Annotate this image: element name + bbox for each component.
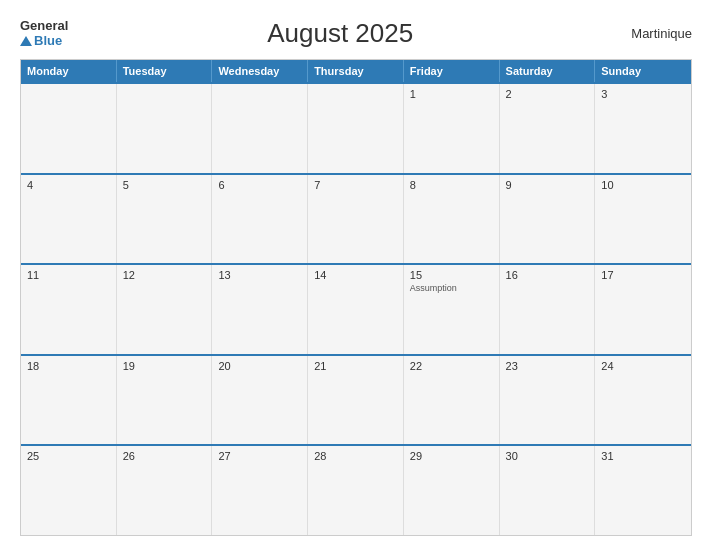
cal-cell-5: 5 <box>117 175 213 264</box>
day-number: 11 <box>27 269 110 281</box>
cal-cell-16: 16 <box>500 265 596 354</box>
cal-cell-27: 27 <box>212 446 308 535</box>
cal-cell-10: 10 <box>595 175 691 264</box>
day-number: 18 <box>27 360 110 372</box>
cal-cell-23: 23 <box>500 356 596 445</box>
logo-general-text: General <box>20 19 68 33</box>
cal-cell-4: 4 <box>21 175 117 264</box>
day-number: 9 <box>506 179 589 191</box>
cal-header-wednesday: Wednesday <box>212 60 308 82</box>
cal-week-1: 123 <box>21 82 691 173</box>
month-title: August 2025 <box>68 18 612 49</box>
cal-cell-30: 30 <box>500 446 596 535</box>
cal-cell-14: 14 <box>308 265 404 354</box>
cal-header-sunday: Sunday <box>595 60 691 82</box>
cal-cell-13: 13 <box>212 265 308 354</box>
day-number: 30 <box>506 450 589 462</box>
cal-cell-24: 24 <box>595 356 691 445</box>
cal-cell-21: 21 <box>308 356 404 445</box>
day-number: 20 <box>218 360 301 372</box>
cal-header-friday: Friday <box>404 60 500 82</box>
cal-week-5: 25262728293031 <box>21 444 691 535</box>
day-number: 2 <box>506 88 589 100</box>
logo-triangle-icon <box>20 36 32 46</box>
day-number: 1 <box>410 88 493 100</box>
day-number: 8 <box>410 179 493 191</box>
region-label: Martinique <box>612 26 692 41</box>
day-number: 10 <box>601 179 685 191</box>
cal-cell-2: 2 <box>500 84 596 173</box>
day-number: 7 <box>314 179 397 191</box>
day-number: 5 <box>123 179 206 191</box>
day-number: 24 <box>601 360 685 372</box>
cal-cell-19: 19 <box>117 356 213 445</box>
cal-cell-8: 8 <box>404 175 500 264</box>
cal-cell-15: 15Assumption <box>404 265 500 354</box>
cal-cell-empty <box>308 84 404 173</box>
cal-cell-29: 29 <box>404 446 500 535</box>
cal-cell-17: 17 <box>595 265 691 354</box>
day-number: 27 <box>218 450 301 462</box>
cal-cell-1: 1 <box>404 84 500 173</box>
cal-header-monday: Monday <box>21 60 117 82</box>
day-number: 22 <box>410 360 493 372</box>
cal-cell-22: 22 <box>404 356 500 445</box>
cal-cell-6: 6 <box>212 175 308 264</box>
day-number: 4 <box>27 179 110 191</box>
cal-cell-31: 31 <box>595 446 691 535</box>
day-number: 25 <box>27 450 110 462</box>
day-number: 14 <box>314 269 397 281</box>
cal-cell-empty <box>21 84 117 173</box>
page: General Blue August 2025 Martinique Mond… <box>0 0 712 550</box>
cal-header-saturday: Saturday <box>500 60 596 82</box>
logo-blue-text: Blue <box>20 34 68 48</box>
cal-header-tuesday: Tuesday <box>117 60 213 82</box>
cal-cell-7: 7 <box>308 175 404 264</box>
cal-header-thursday: Thursday <box>308 60 404 82</box>
day-number: 21 <box>314 360 397 372</box>
day-number: 23 <box>506 360 589 372</box>
day-number: 15 <box>410 269 493 281</box>
day-number: 16 <box>506 269 589 281</box>
day-number: 29 <box>410 450 493 462</box>
day-number: 19 <box>123 360 206 372</box>
cal-cell-11: 11 <box>21 265 117 354</box>
day-number: 28 <box>314 450 397 462</box>
day-number: 6 <box>218 179 301 191</box>
calendar-body: 123456789101112131415Assumption161718192… <box>21 82 691 535</box>
cal-cell-20: 20 <box>212 356 308 445</box>
cal-cell-18: 18 <box>21 356 117 445</box>
day-number: 17 <box>601 269 685 281</box>
day-number: 26 <box>123 450 206 462</box>
logo: General Blue <box>20 19 68 48</box>
day-event: Assumption <box>410 283 493 293</box>
day-number: 3 <box>601 88 685 100</box>
day-number: 12 <box>123 269 206 281</box>
cal-cell-26: 26 <box>117 446 213 535</box>
cal-cell-empty <box>212 84 308 173</box>
day-number: 13 <box>218 269 301 281</box>
cal-week-2: 45678910 <box>21 173 691 264</box>
calendar-grid: MondayTuesdayWednesdayThursdayFridaySatu… <box>20 59 692 536</box>
cal-cell-empty <box>117 84 213 173</box>
cal-cell-25: 25 <box>21 446 117 535</box>
calendar-day-headers: MondayTuesdayWednesdayThursdayFridaySatu… <box>21 60 691 82</box>
cal-cell-12: 12 <box>117 265 213 354</box>
day-number: 31 <box>601 450 685 462</box>
cal-cell-9: 9 <box>500 175 596 264</box>
cal-week-3: 1112131415Assumption1617 <box>21 263 691 354</box>
cal-cell-3: 3 <box>595 84 691 173</box>
cal-cell-28: 28 <box>308 446 404 535</box>
calendar-header: General Blue August 2025 Martinique <box>20 18 692 49</box>
cal-week-4: 18192021222324 <box>21 354 691 445</box>
